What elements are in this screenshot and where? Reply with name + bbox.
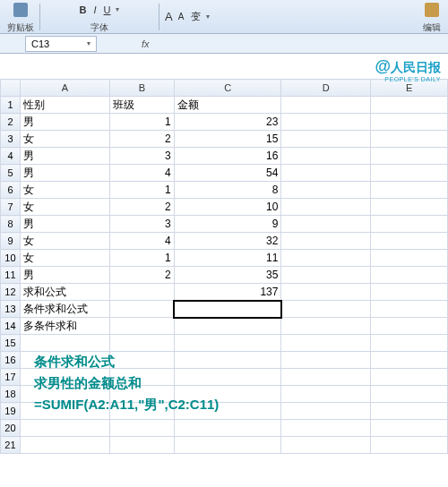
edit-icon[interactable] [425,3,439,17]
row-header[interactable]: 8 [1,216,21,233]
ribbon-group-font[interactable]: B I U ▾ 字体 [46,0,153,34]
cell[interactable] [371,437,448,454]
cell[interactable] [281,182,371,199]
cell[interactable] [281,250,371,267]
column-header[interactable]: C [174,80,281,97]
cell[interactable] [174,420,281,437]
cell[interactable]: 4 [109,233,174,250]
cell[interactable]: 女 [20,182,109,199]
cell[interactable] [109,284,174,301]
cell[interactable] [371,97,448,114]
font-bold-icon[interactable]: B [80,4,87,15]
row-header[interactable]: 5 [1,165,21,182]
cell[interactable]: 3 [109,216,174,233]
cell[interactable] [371,386,448,403]
cell[interactable] [371,250,448,267]
cell[interactable] [371,352,448,369]
cell[interactable] [281,420,371,437]
cell[interactable] [281,233,371,250]
cell[interactable]: 女 [20,250,109,267]
column-header[interactable]: D [281,80,371,97]
cell[interactable] [281,318,371,335]
cell[interactable] [371,131,448,148]
row-header[interactable]: 3 [1,131,21,148]
font-underline-icon[interactable]: U [104,4,111,15]
cell[interactable] [281,301,371,318]
cell[interactable]: 2 [109,199,174,216]
cell[interactable] [371,284,448,301]
cell[interactable] [281,199,371,216]
cell[interactable] [281,216,371,233]
cell[interactable] [371,148,448,165]
cell[interactable] [281,437,371,454]
cell[interactable]: 9 [174,216,281,233]
ribbon-group-clipboard[interactable]: 剪贴板 [7,0,34,34]
cell[interactable] [281,284,371,301]
cell[interactable] [371,114,448,131]
row-header[interactable]: 10 [1,250,21,267]
cell[interactable] [174,318,281,335]
row-header[interactable]: 13 [1,301,21,318]
cell[interactable] [371,369,448,386]
cell[interactable]: 男 [20,216,109,233]
cell[interactable] [281,114,371,131]
increase-font-icon[interactable]: A [165,10,173,23]
cell[interactable] [20,420,109,437]
cell[interactable] [371,403,448,420]
paste-icon[interactable] [13,3,28,17]
name-box[interactable]: C13 ▾ [25,36,97,52]
cell[interactable]: 女 [20,199,109,216]
column-header[interactable]: B [109,80,174,97]
cell[interactable]: 1 [109,114,174,131]
cell[interactable]: 32 [174,233,281,250]
ribbon-group-fontsize[interactable]: A A 变 ▾ [165,7,210,27]
row-header[interactable]: 1 [1,97,21,114]
cell[interactable] [281,386,371,403]
cell[interactable] [109,318,174,335]
cell[interactable]: 137 [174,284,281,301]
cell[interactable] [371,199,448,216]
cell[interactable]: 4 [109,165,174,182]
row-header[interactable]: 19 [1,403,21,420]
cell[interactable] [371,301,448,318]
cell[interactable]: 2 [109,267,174,284]
cell[interactable]: 15 [174,131,281,148]
cell[interactable] [371,165,448,182]
cell[interactable]: 35 [174,267,281,284]
chevron-down-icon[interactable]: ▾ [206,13,210,21]
cell[interactable] [174,301,281,318]
cell[interactable] [20,437,109,454]
cell[interactable]: 16 [174,148,281,165]
select-all-corner[interactable] [1,80,21,97]
cell[interactable] [281,148,371,165]
font-effect-icon[interactable]: 变 [191,10,201,23]
cell[interactable] [371,318,448,335]
row-header[interactable]: 2 [1,114,21,131]
cell[interactable] [371,267,448,284]
cell[interactable] [20,335,109,352]
row-header[interactable]: 14 [1,318,21,335]
cell[interactable]: 23 [174,114,281,131]
column-header[interactable]: A [20,80,109,97]
fx-label[interactable]: fx [142,38,150,49]
cell[interactable] [281,369,371,386]
cell[interactable]: 8 [174,182,281,199]
cell[interactable] [281,352,371,369]
cell[interactable]: 男 [20,267,109,284]
cell[interactable]: 求和公式 [20,284,109,301]
cell[interactable] [371,182,448,199]
cell[interactable] [371,216,448,233]
cell[interactable]: 性别 [20,97,109,114]
cell[interactable] [371,335,448,352]
cell[interactable] [281,131,371,148]
cell[interactable]: 11 [174,250,281,267]
row-header[interactable]: 20 [1,420,21,437]
row-header[interactable]: 7 [1,199,21,216]
cell[interactable] [109,301,174,318]
cell[interactable]: 2 [109,131,174,148]
cell[interactable] [281,165,371,182]
cell[interactable]: 条件求和公式 [20,301,109,318]
cell[interactable]: 1 [109,250,174,267]
cell[interactable] [281,403,371,420]
row-header[interactable]: 16 [1,352,21,369]
